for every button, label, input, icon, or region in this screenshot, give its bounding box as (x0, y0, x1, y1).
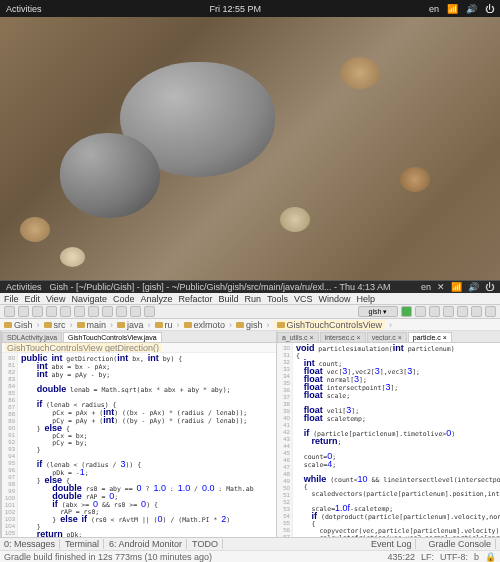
undo-button[interactable] (46, 306, 57, 317)
tool-window-tab[interactable]: 0: Messages (0, 539, 60, 549)
menu-view[interactable]: View (46, 294, 65, 304)
menu-build[interactable]: Build (218, 294, 238, 304)
tool-window-tab[interactable]: Terminal (61, 539, 104, 549)
tool-window-tab[interactable]: TODO (188, 539, 223, 549)
volume-icon[interactable]: 🔊 (468, 282, 479, 292)
menu-window[interactable]: Window (319, 294, 351, 304)
app-title: Gish - [~/Public/Gish] - [gish] - ~/Publ… (42, 282, 421, 292)
open-button[interactable] (4, 306, 15, 317)
menubar: File Edit View Navigate Code Analyze Ref… (0, 293, 500, 305)
paste-button[interactable] (102, 306, 113, 317)
toolbar: gish ▾ (0, 305, 500, 319)
menu-tools[interactable]: Tools (267, 294, 288, 304)
breadcrumb-item[interactable]: src (44, 320, 66, 330)
run-config-button[interactable]: gish ▾ (358, 306, 398, 317)
network-icon[interactable]: 📶 (451, 282, 462, 292)
menu-edit[interactable]: Edit (25, 294, 41, 304)
indicator-icon[interactable]: en (421, 282, 431, 292)
breadcrumb-item[interactable]: GishTouchControlsView (274, 320, 385, 330)
breadcrumb-item[interactable]: exlmoto (184, 320, 226, 330)
context[interactable]: b (474, 552, 479, 562)
pebble-decoration (60, 247, 85, 267)
help-button[interactable] (485, 306, 496, 317)
menu-vcs[interactable]: VCS (294, 294, 313, 304)
left-gutter: 8081828384858687888990919293949596979899… (2, 353, 18, 537)
editor-tab[interactable]: a_utils.c × (277, 332, 319, 342)
pebble-decoration (60, 133, 160, 218)
menu-refactor[interactable]: Refactor (178, 294, 212, 304)
back-button[interactable] (130, 306, 141, 317)
breadcrumb-item[interactable]: gish (236, 320, 263, 330)
right-code[interactable]: void particlesimulation(int particlenum)… (293, 343, 500, 537)
editor-tab[interactable]: GishTouchControlsView.java (63, 332, 162, 342)
breadcrumb-item[interactable]: ru (155, 320, 173, 330)
ide-window: Activities Gish - [~/Public/Gish] - [gis… (0, 280, 500, 562)
breadcrumb-item[interactable]: Gish (4, 320, 33, 330)
power-icon[interactable]: ⏻ (485, 282, 494, 292)
left-code[interactable]: public int getDirection(int bx, int by) … (18, 353, 276, 537)
menu-file[interactable]: File (4, 294, 19, 304)
editor-tab[interactable]: particle.c × (408, 332, 452, 342)
find-button[interactable] (116, 306, 127, 317)
tool-window-tab[interactable]: 6: Android Monitor (105, 539, 187, 549)
pebble-decoration (340, 57, 380, 89)
status-bar: Gradle build finished in 12s 773ms (10 m… (0, 550, 500, 562)
stop-button[interactable] (429, 306, 440, 317)
breadcrumb-item[interactable]: main (77, 320, 107, 330)
volume-icon[interactable]: 🔊 (466, 4, 477, 14)
avd-button[interactable] (443, 306, 454, 317)
clock[interactable]: Fri 12:55 PM (209, 4, 261, 14)
sync-button[interactable] (32, 306, 43, 317)
activities-label[interactable]: Activities (6, 282, 42, 292)
pebble-decoration (280, 207, 310, 232)
left-tabs: SDLActivity.javaGishTouchControlsView.ja… (2, 331, 276, 343)
right-tabs: a_utils.c ×intersec.c ×vector.c ×particl… (277, 331, 500, 343)
caret-position[interactable]: 435:22 (387, 552, 415, 562)
editor-tab[interactable]: intersec.c × (320, 332, 366, 342)
right-editor: a_utils.c ×intersec.c ×vector.c ×particl… (277, 331, 500, 537)
lang-indicator[interactable]: en (429, 4, 439, 14)
tool-window-bar: 0: MessagesTerminal6: Android MonitorTOD… (0, 537, 500, 550)
tool-window-tab[interactable]: Gradle Console (424, 539, 496, 549)
breadcrumb: Gish›src›main›java›ru›exlmoto›gish›GishT… (0, 319, 500, 331)
left-editor: SDLActivity.javaGishTouchControlsView.ja… (2, 331, 277, 537)
left-crumb[interactable]: GishTouchControlsView getDirection() (2, 343, 276, 353)
copy-button[interactable] (88, 306, 99, 317)
network-icon[interactable]: 📶 (447, 4, 458, 14)
encoding[interactable]: UTF-8: (440, 552, 468, 562)
editor-tab[interactable]: vector.c × (367, 332, 407, 342)
menu-navigate[interactable]: Navigate (71, 294, 107, 304)
save-button[interactable] (18, 306, 29, 317)
tool-window-tab[interactable]: Event Log (367, 539, 417, 549)
close-icon[interactable]: ✕ (437, 282, 445, 292)
ide-gnome-bar: Activities Gish - [~/Public/Gish] - [gis… (0, 281, 500, 293)
redo-button[interactable] (60, 306, 71, 317)
activities-button[interactable]: Activities (6, 4, 42, 14)
menu-run[interactable]: Run (245, 294, 262, 304)
right-gutter: 3031323334353637383940414243444546474849… (277, 343, 293, 537)
line-ending[interactable]: LF: (421, 552, 434, 562)
editor-tab[interactable]: SDLActivity.java (2, 332, 62, 342)
lock-icon[interactable]: 🔒 (485, 552, 496, 562)
pebble-decoration (20, 217, 50, 242)
cut-button[interactable] (74, 306, 85, 317)
sdk-button[interactable] (457, 306, 468, 317)
power-icon[interactable]: ⏻ (485, 4, 494, 14)
pebble-decoration (400, 167, 430, 192)
settings-button[interactable] (471, 306, 482, 317)
breadcrumb-item[interactable]: java (117, 320, 144, 330)
status-message: Gradle build finished in 12s 773ms (10 m… (4, 552, 212, 562)
menu-help[interactable]: Help (357, 294, 376, 304)
run-button[interactable] (401, 306, 412, 317)
gnome-top-bar: Activities Fri 12:55 PM en 📶 🔊 ⏻ (0, 0, 500, 17)
forward-button[interactable] (144, 306, 155, 317)
menu-code[interactable]: Code (113, 294, 135, 304)
debug-button[interactable] (415, 306, 426, 317)
menu-analyze[interactable]: Analyze (140, 294, 172, 304)
